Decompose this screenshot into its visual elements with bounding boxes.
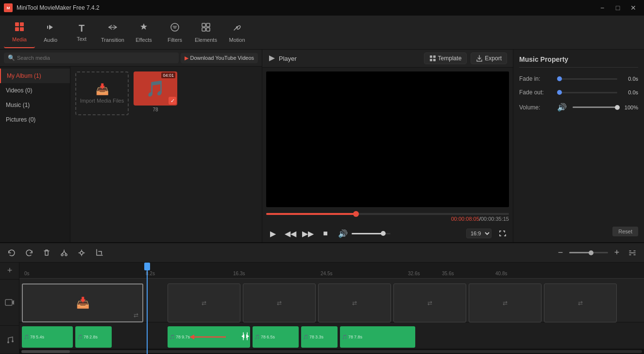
player-title: Player xyxy=(268,54,297,62)
window-controls: − □ ✕ xyxy=(595,1,640,15)
music-clip-label: 🎵 78 5.4s xyxy=(24,335,44,339)
album-item-label: Music (1) xyxy=(6,102,30,108)
volume-slider[interactable] xyxy=(352,233,390,234)
clip-resize-handle[interactable] xyxy=(241,332,249,342)
music-track: 🎵 78 5.4s 🎵 78 2.8s 🎵 xyxy=(19,322,644,349)
music-note-icon: 🎵 xyxy=(77,335,83,339)
current-time: 00:00:08:05 xyxy=(451,216,479,222)
play-button[interactable]: ▶ xyxy=(266,227,280,240)
search-input[interactable] xyxy=(17,55,175,61)
music-clip[interactable]: 🎵 78 9.7s xyxy=(168,326,250,348)
download-youtube-label: Download YouTube Videos xyxy=(190,55,254,61)
music-clip-label: 🎵 78 2.8s xyxy=(77,335,98,339)
toolbar-motion-label: Motion xyxy=(229,37,245,43)
progress-bar[interactable] xyxy=(266,213,509,215)
fullscreen-button[interactable] xyxy=(495,227,509,240)
volume-thumb[interactable] xyxy=(381,231,386,236)
volume-icon[interactable]: 🔊 xyxy=(336,227,350,240)
music-clip[interactable]: 🎵 78 3.3s xyxy=(301,326,338,348)
titlebar: M MiniTool MovieMaker Free 7.4.2 − □ ✕ xyxy=(0,0,644,16)
video-clip[interactable]: ⇄ xyxy=(168,283,240,322)
zoom-slider[interactable] xyxy=(569,252,608,253)
aspect-ratio-select[interactable]: 16:9 4:3 1:1 9:16 xyxy=(466,229,491,238)
playhead-line xyxy=(147,263,148,354)
detach-button[interactable] xyxy=(75,246,88,260)
video-track-icon xyxy=(0,280,19,326)
undo-button[interactable] xyxy=(5,246,18,260)
music-clip[interactable]: 🎵 78 5.4s xyxy=(22,326,73,348)
progress-thumb[interactable] xyxy=(353,211,359,217)
import-media-button[interactable]: 📥 Import Media Files xyxy=(75,71,129,115)
close-button[interactable]: ✕ xyxy=(627,1,640,15)
next-frame-button[interactable]: ▶▶ xyxy=(301,227,315,240)
maximize-button[interactable]: □ xyxy=(611,1,625,15)
toolbar-audio[interactable]: Audio xyxy=(35,17,66,48)
svg-rect-12 xyxy=(433,55,436,58)
music-clip[interactable]: 🎵 78 7.8s xyxy=(340,326,415,348)
svg-rect-13 xyxy=(430,59,432,61)
toolbar-text[interactable]: T Text xyxy=(66,17,97,48)
cut-button[interactable] xyxy=(57,246,71,260)
reset-button[interactable]: Reset xyxy=(612,227,638,236)
video-clip[interactable]: ⇄ xyxy=(469,283,542,322)
download-youtube-button[interactable]: ▶ Download YouTube Videos xyxy=(181,53,258,63)
timeline-ruler: 0s 8.2s 16.3s 24.5s 32.6s 35.6s 40.8s xyxy=(19,263,644,279)
album-item-music[interactable]: Music (1) xyxy=(0,98,70,112)
export-button[interactable]: Export xyxy=(471,53,507,64)
delete-button[interactable] xyxy=(40,246,53,260)
left-panel: 🔍 ▶ Download YouTube Videos My Album (1)… xyxy=(0,50,262,242)
album-item-my-album[interactable]: My Album (1) xyxy=(0,69,70,83)
video-preview xyxy=(266,71,509,207)
timeline-scroll-track[interactable] xyxy=(21,350,642,353)
video-clip[interactable]: ⇄ xyxy=(544,283,617,322)
svg-marker-26 xyxy=(246,335,249,338)
timeline-scroll-thumb[interactable] xyxy=(21,350,70,353)
minimize-button[interactable]: − xyxy=(595,1,609,15)
volume-property-label: Volume: xyxy=(519,104,553,111)
fit-timeline-button[interactable] xyxy=(626,246,639,260)
music-note-icon: 🎵 xyxy=(24,335,29,339)
search-icon: 🔍 xyxy=(8,54,15,61)
zoom-out-button[interactable]: − xyxy=(554,246,567,260)
svg-point-9 xyxy=(236,26,238,28)
toolbar-elements[interactable]: Elements xyxy=(190,17,221,48)
playhead-indicator[interactable] xyxy=(144,263,150,270)
motion-icon xyxy=(232,22,242,35)
video-clip[interactable]: ⇄ xyxy=(243,283,316,322)
toolbar-media[interactable]: Media xyxy=(4,17,35,48)
music-note-icon: 🎵 xyxy=(169,335,175,339)
toolbar-effects[interactable]: Effects xyxy=(128,17,159,48)
import-clip-icon: 📥 xyxy=(76,297,89,309)
crop-button[interactable] xyxy=(92,246,106,260)
ruler-mark-4: 32.6s xyxy=(408,271,420,276)
prev-frame-button[interactable]: ◀◀ xyxy=(284,227,297,240)
zoom-in-button[interactable]: + xyxy=(610,246,624,260)
video-clip[interactable]: ⇄ xyxy=(393,283,466,322)
clip-loop-icon: ⇄ xyxy=(277,300,282,306)
fade-out-slider[interactable] xyxy=(557,92,617,93)
media-grid: 📥 Import Media Files 🎵 04:01 ✓ 78 xyxy=(70,67,262,242)
fade-in-slider[interactable] xyxy=(557,78,617,80)
fade-in-value: 0.0s xyxy=(621,76,638,82)
toolbar-motion[interactable]: Motion xyxy=(221,17,253,48)
media-item-music[interactable]: 🎵 04:01 ✓ 78 xyxy=(134,71,177,115)
music-clip[interactable]: 🎵 78 2.8s xyxy=(75,326,112,348)
search-media-container[interactable]: 🔍 xyxy=(4,53,179,63)
redo-button[interactable] xyxy=(22,246,36,260)
template-button[interactable]: Template xyxy=(424,53,467,64)
add-track-button[interactable]: + xyxy=(0,263,19,280)
album-item-pictures[interactable]: Pictures (0) xyxy=(0,112,70,127)
video-clip[interactable]: ⇄ xyxy=(318,283,391,322)
volume-property-slider[interactable] xyxy=(573,106,617,108)
clip-loop-icon: ⇄ xyxy=(202,300,206,306)
media-thumb-preview: 🎵 04:01 ✓ xyxy=(134,71,177,106)
music-clip[interactable]: 🎵 78 6.5s xyxy=(253,326,299,348)
album-item-videos[interactable]: Videos (0) xyxy=(0,83,70,98)
toolbar-effects-label: Effects xyxy=(136,37,152,43)
video-clip[interactable]: 📥 ⇄ xyxy=(22,283,143,322)
stop-button[interactable]: ■ xyxy=(319,227,332,240)
toolbar-transition[interactable]: Transition xyxy=(97,17,128,48)
video-track: 📥 ⇄ ⇄ ⇄ ⇄ ⇄ ⇄ xyxy=(19,279,644,322)
toolbar-filters[interactable]: Filters xyxy=(159,17,190,48)
timeline-scrollbar xyxy=(19,349,644,354)
